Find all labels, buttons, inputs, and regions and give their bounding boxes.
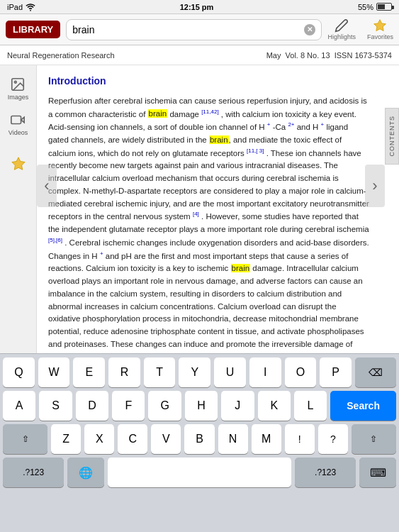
battery-fill xyxy=(378,4,385,9)
highlight-brain-2: brain xyxy=(209,135,229,144)
star-icon xyxy=(373,18,387,33)
highlight-brain-3: brain xyxy=(231,264,251,272)
highlights-button[interactable]: Highlights xyxy=(327,18,356,40)
status-bar: iPad 12:15 pm 55% xyxy=(0,0,399,14)
keyboard-row-bottom: .?123 🌐 .?123 ⌨ xyxy=(3,458,396,487)
journal-title: Neural Regeneration Research xyxy=(7,51,115,60)
contents-label: CONTENTS xyxy=(388,116,395,157)
key-k[interactable]: K xyxy=(258,391,291,421)
key-s[interactable]: S xyxy=(39,391,72,421)
numbers-key-right[interactable]: .?123 xyxy=(295,458,356,487)
spacebar[interactable] xyxy=(108,458,291,487)
key-u[interactable]: U xyxy=(214,358,246,387)
key-j[interactable]: J xyxy=(221,391,254,421)
key-n[interactable]: N xyxy=(218,424,248,454)
key-z[interactable]: Z xyxy=(51,424,81,454)
prev-page-arrow[interactable]: ‹ xyxy=(37,165,57,207)
favorites-button[interactable]: Favorites xyxy=(367,18,393,40)
key-o[interactable]: O xyxy=(285,358,317,387)
sidebar-item-videos[interactable]: Videos xyxy=(6,109,30,139)
ref-4[interactable]: [4] xyxy=(193,211,199,217)
key-q[interactable]: Q xyxy=(3,358,35,387)
contents-tab[interactable]: CONTENTS xyxy=(385,108,399,165)
shift-key-right[interactable]: ⇧ xyxy=(352,424,396,454)
search-button[interactable]: Search xyxy=(330,391,396,421)
device-label: iPad xyxy=(7,3,23,11)
svg-rect-4 xyxy=(11,116,21,124)
journal-meta: May Vol. 8 No. 13 ISSN 1673-5374 xyxy=(266,51,392,60)
search-clear-button[interactable]: ✕ xyxy=(304,24,315,35)
svg-marker-6 xyxy=(11,157,24,170)
main-area: Images Videos Introduction Reperfusion a… xyxy=(0,65,399,353)
keyboard-row-3: ⇧ Z X C V B N M ! ? ⇧ xyxy=(3,424,396,454)
key-t[interactable]: T xyxy=(144,358,176,387)
key-question[interactable]: ? xyxy=(318,424,348,454)
ref-11-3[interactable]: [11,[ 3] xyxy=(247,148,264,154)
key-i[interactable]: I xyxy=(249,358,281,387)
nav-icon-group: Highlights Favorites xyxy=(327,18,393,40)
key-y[interactable]: Y xyxy=(179,358,210,387)
favorites-label: Favorites xyxy=(367,33,393,40)
next-page-arrow[interactable]: › xyxy=(365,165,385,207)
sidebar-item-images[interactable]: Images xyxy=(5,74,32,104)
videos-label: Videos xyxy=(9,129,28,136)
svg-marker-1 xyxy=(374,20,386,31)
article-content: Introduction Reperfusion after cerebral … xyxy=(37,65,399,353)
key-m[interactable]: M xyxy=(252,424,281,454)
article-heading: Introduction xyxy=(48,74,371,89)
key-x[interactable]: X xyxy=(84,424,114,454)
key-l[interactable]: L xyxy=(294,391,327,421)
keyboard-row-1: Q W E R T Y U I O P ⌫ xyxy=(3,358,396,387)
wifi-icon xyxy=(26,2,35,12)
key-e[interactable]: E xyxy=(73,358,105,387)
key-c[interactable]: C xyxy=(118,424,147,454)
battery-icon xyxy=(376,3,392,11)
highlights-label: Highlights xyxy=(327,33,356,40)
key-p[interactable]: P xyxy=(320,358,352,387)
status-left: iPad xyxy=(7,2,35,12)
highlight-brain-1: brain xyxy=(148,109,168,118)
status-time: 12:15 pm xyxy=(180,3,214,11)
status-right: 55% xyxy=(358,3,392,11)
key-g[interactable]: G xyxy=(148,391,181,421)
article-body: Reperfusion after cerebral ischemia can … xyxy=(48,95,371,353)
search-bar: ✕ xyxy=(66,19,322,40)
key-f[interactable]: F xyxy=(112,391,145,421)
ref-11-42[interactable]: [11,42] xyxy=(201,109,218,115)
top-nav: LIBRARY ✕ Highlights Favorites xyxy=(0,14,399,45)
ref-5-6[interactable]: [5],[6] xyxy=(48,237,62,243)
key-h[interactable]: H xyxy=(185,391,218,421)
delete-key[interactable]: ⌫ xyxy=(355,358,396,387)
keyboard-row-2: A S D F G H J K L Search xyxy=(3,391,396,421)
battery-percent: 55% xyxy=(358,3,373,11)
globe-key[interactable]: 🌐 xyxy=(67,458,104,487)
key-d[interactable]: D xyxy=(76,391,108,421)
library-button[interactable]: LIBRARY xyxy=(6,21,60,38)
sidebar-star-icon xyxy=(11,156,26,172)
key-w[interactable]: W xyxy=(38,358,70,387)
sidebar-item-star[interactable] xyxy=(8,153,29,174)
search-input[interactable] xyxy=(72,24,304,35)
left-sidebar: Images Videos xyxy=(0,65,37,353)
key-v[interactable]: V xyxy=(151,424,181,454)
svg-point-3 xyxy=(15,81,17,83)
videos-icon xyxy=(10,112,26,128)
key-a[interactable]: A xyxy=(3,391,35,421)
images-label: Images xyxy=(8,94,29,101)
keyboard-dismiss-key[interactable]: ⌨ xyxy=(359,458,396,487)
numbers-key-left[interactable]: .?123 xyxy=(3,458,64,487)
key-r[interactable]: R xyxy=(108,358,140,387)
key-b[interactable]: B xyxy=(184,424,214,454)
journal-header: Neural Regeneration Research May Vol. 8 … xyxy=(0,45,399,65)
pencil-icon xyxy=(335,18,349,33)
keyboard: Q W E R T Y U I O P ⌫ A S D F G H J K L … xyxy=(0,353,399,532)
images-icon xyxy=(10,77,26,92)
key-exclaim[interactable]: ! xyxy=(285,424,315,454)
shift-key[interactable]: ⇧ xyxy=(3,424,47,454)
